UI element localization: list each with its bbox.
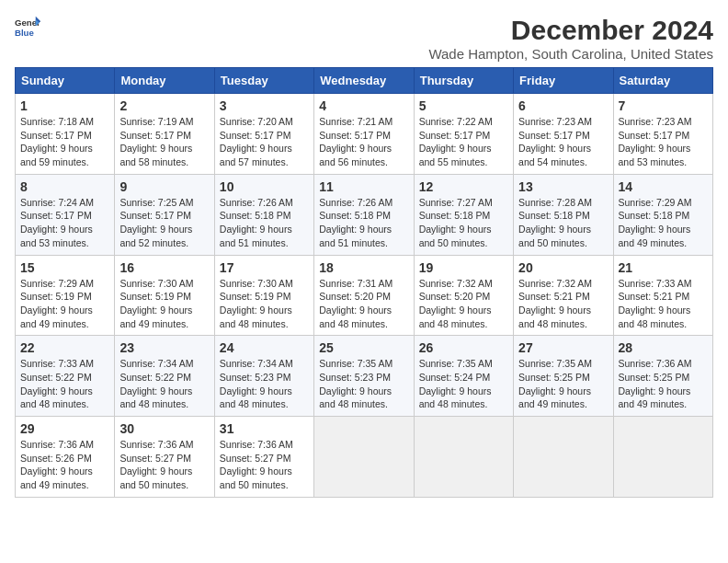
day-info: Sunrise: 7:19 AM Sunset: 5:17 PM Dayligh… (119, 115, 209, 169)
day-number: 2 (119, 98, 209, 113)
calendar-cell: 25Sunrise: 7:35 AM Sunset: 5:23 PM Dayli… (314, 336, 414, 417)
calendar-cell: 27Sunrise: 7:35 AM Sunset: 5:25 PM Dayli… (514, 336, 613, 417)
calendar-cell: 2Sunrise: 7:19 AM Sunset: 5:17 PM Daylig… (115, 94, 214, 175)
column-header-tuesday: Tuesday (214, 68, 313, 94)
day-number: 20 (518, 260, 608, 275)
calendar-cell: 15Sunrise: 7:29 AM Sunset: 5:19 PM Dayli… (16, 255, 115, 336)
calendar-cell: 1Sunrise: 7:18 AM Sunset: 5:17 PM Daylig… (16, 94, 115, 175)
logo-icon: General Blue (15, 15, 40, 40)
day-number: 3 (220, 98, 309, 113)
day-number: 22 (20, 340, 109, 355)
day-info: Sunrise: 7:33 AM Sunset: 5:22 PM Dayligh… (20, 357, 109, 411)
day-info: Sunrise: 7:24 AM Sunset: 5:17 PM Dayligh… (20, 196, 109, 250)
day-number: 5 (419, 98, 508, 113)
day-number: 29 (20, 421, 109, 436)
day-number: 26 (419, 340, 508, 355)
day-info: Sunrise: 7:30 AM Sunset: 5:19 PM Dayligh… (220, 277, 309, 331)
day-info: Sunrise: 7:34 AM Sunset: 5:23 PM Dayligh… (220, 357, 309, 411)
day-number: 24 (220, 340, 309, 355)
day-number: 10 (220, 179, 309, 194)
day-number: 18 (319, 260, 408, 275)
day-number: 6 (518, 98, 608, 113)
day-info: Sunrise: 7:33 AM Sunset: 5:21 PM Dayligh… (619, 277, 708, 331)
day-info: Sunrise: 7:26 AM Sunset: 5:18 PM Dayligh… (319, 196, 408, 250)
day-number: 13 (518, 179, 608, 194)
calendar-cell: 20Sunrise: 7:32 AM Sunset: 5:21 PM Dayli… (514, 255, 613, 336)
day-info: Sunrise: 7:26 AM Sunset: 5:18 PM Dayligh… (220, 196, 309, 250)
day-info: Sunrise: 7:36 AM Sunset: 5:27 PM Dayligh… (220, 438, 309, 492)
calendar-table: SundayMondayTuesdayWednesdayThursdayFrid… (15, 67, 713, 498)
day-number: 14 (619, 179, 708, 194)
calendar-cell (414, 417, 513, 498)
logo: General Blue (15, 15, 40, 40)
calendar-cell (514, 417, 613, 498)
calendar-cell: 4Sunrise: 7:21 AM Sunset: 5:17 PM Daylig… (314, 94, 414, 175)
column-header-friday: Friday (514, 68, 613, 94)
calendar-cell: 28Sunrise: 7:36 AM Sunset: 5:25 PM Dayli… (613, 336, 712, 417)
calendar-cell: 10Sunrise: 7:26 AM Sunset: 5:18 PM Dayli… (214, 174, 313, 255)
calendar-cell (613, 417, 712, 498)
day-info: Sunrise: 7:36 AM Sunset: 5:25 PM Dayligh… (619, 357, 708, 411)
day-info: Sunrise: 7:28 AM Sunset: 5:18 PM Dayligh… (518, 196, 608, 250)
day-info: Sunrise: 7:31 AM Sunset: 5:20 PM Dayligh… (319, 277, 408, 331)
day-number: 8 (20, 179, 109, 194)
calendar-cell: 11Sunrise: 7:26 AM Sunset: 5:18 PM Dayli… (314, 174, 414, 255)
calendar-cell: 31Sunrise: 7:36 AM Sunset: 5:27 PM Dayli… (214, 417, 313, 498)
calendar-week-row: 15Sunrise: 7:29 AM Sunset: 5:19 PM Dayli… (16, 255, 713, 336)
day-number: 15 (20, 260, 109, 275)
calendar-cell: 30Sunrise: 7:36 AM Sunset: 5:27 PM Dayli… (115, 417, 214, 498)
day-number: 30 (119, 421, 209, 436)
column-header-sunday: Sunday (16, 68, 115, 94)
calendar-cell: 12Sunrise: 7:27 AM Sunset: 5:18 PM Dayli… (414, 174, 513, 255)
calendar-cell: 5Sunrise: 7:22 AM Sunset: 5:17 PM Daylig… (414, 94, 513, 175)
day-number: 28 (619, 340, 708, 355)
subtitle: Wade Hampton, South Carolina, United Sta… (428, 46, 713, 62)
day-info: Sunrise: 7:34 AM Sunset: 5:22 PM Dayligh… (119, 357, 209, 411)
day-info: Sunrise: 7:35 AM Sunset: 5:25 PM Dayligh… (518, 357, 608, 411)
day-info: Sunrise: 7:23 AM Sunset: 5:17 PM Dayligh… (518, 115, 608, 169)
calendar-cell: 7Sunrise: 7:23 AM Sunset: 5:17 PM Daylig… (613, 94, 712, 175)
day-number: 21 (619, 260, 708, 275)
calendar-cell: 19Sunrise: 7:32 AM Sunset: 5:20 PM Dayli… (414, 255, 513, 336)
day-info: Sunrise: 7:36 AM Sunset: 5:27 PM Dayligh… (119, 438, 209, 492)
day-number: 12 (419, 179, 508, 194)
calendar-cell: 13Sunrise: 7:28 AM Sunset: 5:18 PM Dayli… (514, 174, 613, 255)
calendar-cell: 23Sunrise: 7:34 AM Sunset: 5:22 PM Dayli… (115, 336, 214, 417)
day-number: 7 (619, 98, 708, 113)
calendar-cell: 22Sunrise: 7:33 AM Sunset: 5:22 PM Dayli… (16, 336, 115, 417)
day-info: Sunrise: 7:21 AM Sunset: 5:17 PM Dayligh… (319, 115, 408, 169)
day-info: Sunrise: 7:29 AM Sunset: 5:18 PM Dayligh… (619, 196, 708, 250)
calendar-cell (314, 417, 414, 498)
calendar-cell: 6Sunrise: 7:23 AM Sunset: 5:17 PM Daylig… (514, 94, 613, 175)
svg-text:Blue: Blue (15, 28, 34, 38)
calendar-cell: 17Sunrise: 7:30 AM Sunset: 5:19 PM Dayli… (214, 255, 313, 336)
day-info: Sunrise: 7:32 AM Sunset: 5:21 PM Dayligh… (518, 277, 608, 331)
column-header-saturday: Saturday (613, 68, 712, 94)
day-number: 25 (319, 340, 408, 355)
day-info: Sunrise: 7:32 AM Sunset: 5:20 PM Dayligh… (419, 277, 508, 331)
calendar-cell: 21Sunrise: 7:33 AM Sunset: 5:21 PM Dayli… (613, 255, 712, 336)
column-header-wednesday: Wednesday (314, 68, 414, 94)
calendar-cell: 3Sunrise: 7:20 AM Sunset: 5:17 PM Daylig… (214, 94, 313, 175)
header: General Blue December 2024 Wade Hampton,… (15, 15, 713, 62)
day-info: Sunrise: 7:36 AM Sunset: 5:26 PM Dayligh… (20, 438, 109, 492)
day-number: 9 (119, 179, 209, 194)
day-number: 1 (20, 98, 109, 113)
day-info: Sunrise: 7:22 AM Sunset: 5:17 PM Dayligh… (419, 115, 508, 169)
calendar-week-row: 22Sunrise: 7:33 AM Sunset: 5:22 PM Dayli… (16, 336, 713, 417)
day-info: Sunrise: 7:27 AM Sunset: 5:18 PM Dayligh… (419, 196, 508, 250)
calendar-cell: 24Sunrise: 7:34 AM Sunset: 5:23 PM Dayli… (214, 336, 313, 417)
calendar-week-row: 1Sunrise: 7:18 AM Sunset: 5:17 PM Daylig… (16, 94, 713, 175)
day-info: Sunrise: 7:18 AM Sunset: 5:17 PM Dayligh… (20, 115, 109, 169)
main-title: December 2024 (428, 15, 713, 46)
day-number: 17 (220, 260, 309, 275)
day-number: 19 (419, 260, 508, 275)
calendar-cell: 18Sunrise: 7:31 AM Sunset: 5:20 PM Dayli… (314, 255, 414, 336)
title-area: December 2024 Wade Hampton, South Caroli… (428, 15, 713, 62)
column-header-thursday: Thursday (414, 68, 513, 94)
day-number: 27 (518, 340, 608, 355)
day-number: 31 (220, 421, 309, 436)
day-number: 16 (119, 260, 209, 275)
calendar-cell: 14Sunrise: 7:29 AM Sunset: 5:18 PM Dayli… (613, 174, 712, 255)
calendar-cell: 9Sunrise: 7:25 AM Sunset: 5:17 PM Daylig… (115, 174, 214, 255)
